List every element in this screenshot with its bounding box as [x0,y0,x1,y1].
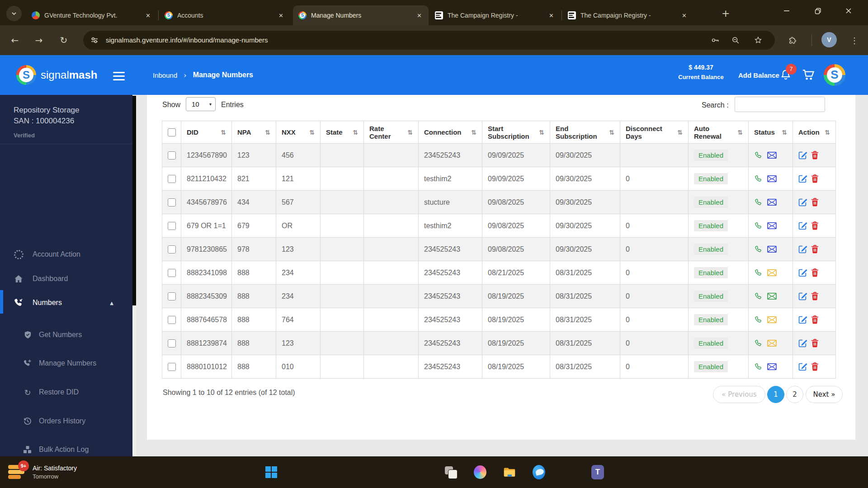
cart-button[interactable] [799,68,816,83]
call-icon[interactable] [754,268,763,277]
sort-icon[interactable]: ⇅ [539,129,544,136]
reload-button[interactable]: ↻ [56,33,71,48]
call-icon[interactable] [754,292,763,301]
tab-close-icon[interactable]: ✕ [276,11,286,20]
delete-icon[interactable] [811,362,819,371]
column-header[interactable]: Connection⇅ [419,121,482,144]
message-icon[interactable] [767,363,777,371]
row-checkbox[interactable] [168,151,176,160]
row-checkbox[interactable] [168,175,176,183]
message-icon[interactable] [767,151,777,159]
sort-icon[interactable]: ⇅ [407,129,413,136]
row-checkbox[interactable] [168,363,176,371]
delete-icon[interactable] [811,151,819,160]
sidebar-item-get-numbers[interactable]: Get Numbers [0,324,132,346]
sidebar-item-orders-history[interactable]: Orders History [0,410,132,432]
sort-icon[interactable]: ⇅ [825,129,830,136]
delete-icon[interactable] [811,174,819,183]
entries-per-page-select[interactable]: 10 ▾ [186,97,216,111]
tab-gventure[interactable]: GVenture Technology Pvt. ✕ [26,5,157,25]
sort-icon[interactable]: ⇅ [265,129,270,136]
password-key-icon[interactable] [708,33,722,47]
delete-icon[interactable] [811,198,819,206]
edit-icon[interactable] [798,292,807,300]
call-icon[interactable] [754,174,763,183]
forward-button[interactable]: → [31,33,47,48]
message-icon[interactable] [767,316,777,324]
row-checkbox[interactable] [168,198,176,206]
thunderbird-button[interactable] [530,463,548,481]
message-icon[interactable] [767,245,777,253]
call-icon[interactable] [754,151,763,160]
edit-icon[interactable] [798,151,807,160]
row-checkbox[interactable] [168,245,176,253]
sort-icon[interactable]: ⇅ [782,129,787,136]
account-logo-button[interactable]: S [824,64,845,86]
call-icon[interactable] [754,245,763,254]
pagination-page-1[interactable]: 1 [767,386,784,403]
weather-widget[interactable]: 9+ Air: Satisfactory Tomorrow [7,456,77,488]
call-icon[interactable] [754,339,763,348]
hamburger-menu-icon[interactable] [112,69,126,81]
tab-manage-numbers[interactable]: S Manage Numbers ✕ [293,5,429,25]
call-icon[interactable] [754,198,763,207]
sidebar-item-bulk-action-log[interactable]: Bulk Action Log [0,439,132,456]
column-header[interactable]: Start Subscription⇅ [482,121,550,144]
edit-icon[interactable] [798,268,807,277]
sidebar-item-account-action[interactable]: Account Action [0,244,132,265]
pagination-previous-button[interactable]: « Previous [713,386,765,403]
delete-icon[interactable] [811,245,819,253]
bookmark-star-icon[interactable] [751,33,765,47]
delete-icon[interactable] [811,268,819,277]
sort-icon[interactable]: ⇅ [221,129,226,136]
file-explorer-button[interactable] [500,463,519,481]
column-header[interactable]: DID⇅ [181,121,232,144]
extensions-icon[interactable] [786,33,800,47]
call-icon[interactable] [754,221,763,230]
back-button[interactable]: ← [7,33,23,48]
sidebar-item-restore-did[interactable]: ↻ Restore DID [0,381,132,403]
tab-campaign-registry-2[interactable]: The Campaign Registry - ✕ [562,5,693,25]
column-header[interactable]: NPA⇅ [232,121,276,144]
profile-avatar[interactable]: V [821,32,837,47]
window-close-button[interactable] [838,3,859,19]
select-all-checkbox[interactable] [168,128,176,136]
message-icon[interactable] [767,198,777,206]
address-bar[interactable]: signalmash.gventure.info/#/inbound/manag… [83,31,775,50]
edit-icon[interactable] [798,221,807,230]
breadcrumb-section[interactable]: Inbound [153,71,177,79]
message-icon[interactable] [767,269,777,277]
sidebar-item-manage-numbers[interactable]: Manage Numbers [0,352,132,374]
column-header[interactable]: End Subscription⇅ [550,121,620,144]
notifications-button[interactable]: 7 [777,68,792,83]
sort-icon[interactable]: ⇅ [471,129,476,136]
sort-icon[interactable]: ⇅ [309,129,315,136]
tab-close-icon[interactable]: ✕ [547,11,556,20]
tab-close-icon[interactable]: ✕ [143,11,153,20]
column-header[interactable]: Auto Renewal⇅ [689,121,749,144]
task-view-button[interactable] [442,463,460,481]
window-restore-button[interactable] [807,3,828,19]
column-header[interactable]: NXX⇅ [276,121,321,144]
tab-accounts[interactable]: S Accounts ✕ [159,5,290,25]
pagination-next-button[interactable]: Next » [806,386,843,403]
edit-icon[interactable] [798,362,807,371]
message-icon[interactable] [767,339,777,347]
site-settings-icon[interactable] [88,33,101,47]
edit-icon[interactable] [798,315,807,324]
delete-icon[interactable] [811,221,819,230]
teams-button[interactable]: T [589,463,607,481]
zoom-out-icon[interactable] [729,33,742,47]
call-icon[interactable] [754,362,763,371]
sort-icon[interactable]: ⇅ [677,129,683,136]
message-icon[interactable] [767,222,777,230]
add-balance-button[interactable]: Add Balance [736,55,782,95]
edit-icon[interactable] [798,339,807,347]
edit-icon[interactable] [798,245,807,253]
row-checkbox[interactable] [168,269,176,277]
sort-icon[interactable]: ⇅ [737,129,743,136]
row-checkbox[interactable] [168,316,176,324]
new-tab-button[interactable]: + [719,6,732,20]
delete-icon[interactable] [811,292,819,300]
row-checkbox[interactable] [168,339,176,347]
